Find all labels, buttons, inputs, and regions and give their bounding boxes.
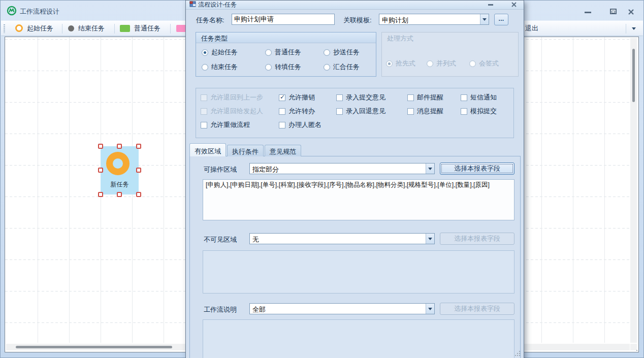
radio-start-task[interactable]: 起始任务 [202, 48, 265, 57]
checkbox-label: 办理人匿名 [288, 120, 321, 129]
workflow-note-value: 全部 [252, 305, 266, 314]
radio-icon [427, 60, 433, 67]
task-name-input[interactable] [232, 14, 335, 25]
checkbox-icon [407, 108, 414, 115]
checkbox-label: 允许撤销 [288, 93, 315, 102]
checkbox-icon [279, 108, 285, 115]
checkbox-return-comment[interactable]: 录入回退意见 [336, 107, 407, 116]
radio-icon [202, 64, 208, 71]
select-fields-button-disabled: 选择本报表字段 [440, 233, 514, 245]
checkbox-simulate-submit[interactable]: 模拟提交 [461, 107, 513, 116]
operable-area-combobox[interactable]: 指定部分 [249, 163, 435, 174]
checkbox-icon [201, 122, 207, 128]
radio-icon [324, 64, 330, 71]
toolbar-item-normal-task[interactable]: 普通任务 [120, 21, 160, 36]
radio-transfer-task[interactable]: 转填任务 [265, 62, 324, 72]
minimize-icon[interactable] [583, 7, 593, 15]
radio-cc-task[interactable]: 抄送任务 [324, 48, 376, 57]
checkbox-label: 允许重做流程 [210, 120, 250, 129]
chevron-down-icon[interactable] [480, 14, 489, 24]
workflow-note-textarea[interactable] [203, 319, 514, 358]
dialog-titlebar: 流程设计-任务 [186, 1, 524, 10]
toolbar-item-start-task[interactable]: 起始任务 [15, 21, 53, 36]
checkbox-submit-comment[interactable]: 录入提交意见 [336, 93, 407, 102]
radio-preemptive: 抢先式 [386, 59, 415, 68]
maximize-icon[interactable] [608, 7, 618, 15]
checkbox-allow-redo[interactable]: 允许重做流程 [201, 120, 279, 129]
checkbox-icon [461, 108, 467, 115]
horizontal-scrollbar-thumb[interactable] [16, 346, 172, 348]
workflow-note-combobox[interactable]: 全部 [249, 303, 435, 314]
tab-comment-spec[interactable]: 意见规范 [265, 145, 301, 156]
toolbar-label: 起始任务 [27, 24, 53, 33]
invisible-area-value: 无 [252, 235, 259, 244]
radio-normal-task[interactable]: 普通任务 [265, 48, 324, 57]
checkbox-sms-notify[interactable]: 短信通知 [461, 93, 513, 102]
template-combobox[interactable]: 申购计划 [379, 14, 489, 25]
radio-icon [265, 49, 272, 56]
selection-handle[interactable] [136, 192, 141, 197]
chevron-down-icon[interactable] [426, 304, 434, 314]
radio-icon [202, 49, 208, 56]
toolbar-separator [170, 24, 171, 34]
selection-handle[interactable] [98, 168, 103, 173]
checkbox-email-remind[interactable]: 邮件提醒 [407, 93, 461, 102]
selection-handle[interactable] [117, 192, 122, 197]
tab-exec-condition[interactable]: 执行条件 [227, 145, 264, 156]
vertical-scrollbar[interactable] [630, 38, 637, 343]
template-more-button[interactable]: ... [494, 14, 508, 25]
radio-label: 普通任务 [275, 48, 301, 57]
selection-handle[interactable] [136, 168, 141, 173]
gridline [573, 37, 573, 343]
toolbar-item-end-task[interactable]: 结束任务 [68, 21, 105, 36]
resize-grip-icon[interactable] [634, 348, 635, 349]
task-node-label: 新任务 [101, 180, 139, 189]
select-fields-button[interactable]: 选择本报表字段 [440, 162, 514, 175]
pink-task-square-icon [176, 25, 186, 32]
dialog-resize-grip-icon[interactable] [515, 351, 516, 352]
process-mode-title: 处理方式 [382, 32, 518, 43]
tab-panel-valid-area: 可操作区域 指定部分 选择本报表字段 [申购人],[申购日期],[单号],[科室… [189, 156, 521, 358]
tab-valid-area[interactable]: 有效区域 [189, 143, 226, 156]
invisible-area-combobox[interactable]: 无 [249, 233, 435, 244]
toolbar-overflow-chevron-icon[interactable] [629, 21, 640, 36]
selection-handle[interactable] [98, 192, 103, 197]
checkbox-icon [461, 94, 467, 101]
radio-label: 抢先式 [396, 59, 415, 68]
checkbox-allow-return-prev: 允许退回到上一步 [201, 93, 279, 102]
checkbox-handler-anonymous[interactable]: 办理人匿名 [279, 120, 336, 129]
radio-merge-task[interactable]: 汇合任务 [324, 62, 376, 72]
selection-handle[interactable] [136, 144, 141, 149]
chevron-down-icon[interactable] [426, 234, 434, 244]
radio-label: 并列式 [436, 59, 456, 68]
selection-handle[interactable] [98, 144, 103, 149]
operable-area-label: 可操作区域 [204, 165, 237, 174]
task-type-group: 任务类型 起始任务 普通任务 抄送任务 结束任务 转填任务 汇合任务 [196, 32, 376, 77]
radio-end-task[interactable]: 结束任务 [202, 62, 265, 72]
toolbar-grip[interactable] [4, 24, 5, 33]
radio-parallel: 并列式 [427, 59, 456, 68]
chevron-down-icon[interactable] [426, 164, 434, 174]
invisible-fields-textarea[interactable] [203, 250, 514, 294]
checkbox-msg-remind[interactable]: 消息提醒 [407, 107, 461, 116]
checkbox-icon [201, 94, 207, 101]
radio-icon [265, 64, 272, 71]
checkbox-allow-undo[interactable]: 允许撤销 [279, 93, 336, 102]
radio-icon [324, 49, 330, 56]
vertical-scrollbar-thumb[interactable] [632, 49, 635, 102]
toolbar-item-exit[interactable]: 退出 [525, 21, 538, 36]
checkbox-label: 允许退回到上一步 [210, 93, 263, 102]
toolbar-separator [62, 24, 62, 34]
toolbar-label: 退出 [525, 24, 538, 33]
gridline [69, 37, 70, 343]
selection-handle[interactable] [117, 144, 122, 149]
operable-fields-textarea[interactable]: [申购人],[申购日期],[单号],[科室],[接收字段],[序号],[物品名称… [203, 179, 514, 220]
dialog-close-icon[interactable] [509, 1, 519, 8]
toolbar-item-pink-task[interactable] [176, 21, 186, 36]
close-icon[interactable] [626, 7, 636, 15]
dialog-minimize-icon[interactable] [486, 1, 496, 8]
toolbar-label: 结束任务 [78, 24, 105, 33]
checkbox-allow-transfer[interactable]: 允许转办 [279, 107, 336, 116]
task-dialog: 流程设计-任务 任务名称: 关联模板: 申购计划 ... 任务类型 起始任务 普… [185, 0, 524, 358]
task-node[interactable]: 新任务 [101, 146, 139, 194]
